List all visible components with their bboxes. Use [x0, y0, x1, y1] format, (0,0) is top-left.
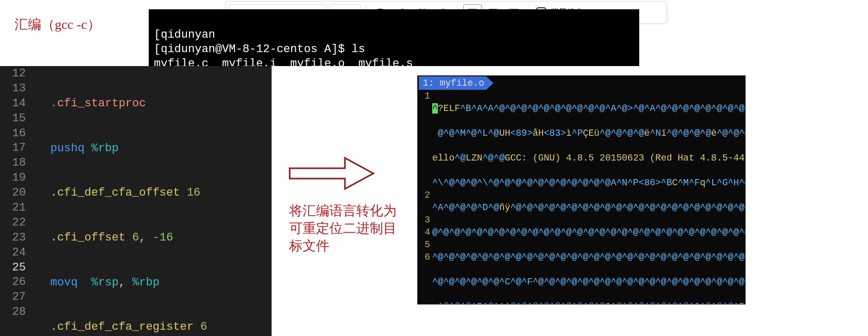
vim-gutter: 1 23456 — [418, 90, 432, 305]
asm-code-editor[interactable]: 12131415 16171819 20212223 24252627 28 .… — [0, 66, 272, 336]
arrow-icon — [288, 155, 376, 195]
terminal-window[interactable]: [qidunyan [qidunyan@VM-8-12-centos A]$ l… — [149, 9, 639, 66]
vim-text: ^?ELF^B^A^A^@^@^@^@^@^@^@^@^@^@^A^@>^@^A… — [432, 90, 745, 305]
terminal-line: [qidunyan@VM-8-12-centos A]$ ls — [154, 43, 365, 56]
vim-tab-title: 1: myfile.o — [419, 76, 494, 90]
vim-hex-viewer[interactable]: 1: myfile.o 1 23456 ^?ELF^B^A^A^@^@^@^@^… — [417, 75, 746, 305]
editor-gutter: 12131415 16171819 20212223 24252627 28 — [0, 66, 30, 336]
terminal-line: [qidunyan — [154, 28, 215, 41]
page-title: 汇编（gcc -c） — [14, 15, 101, 34]
description-caption: 将汇编语言转化为可重定位二进制目标文件 — [289, 202, 398, 255]
vim-body: 1 23456 ^?ELF^B^A^A^@^@^@^@^@^@^@^@^@^@^… — [418, 90, 745, 305]
editor-code: .cfi_startproc pushq %rbp .cfi_def_cfa_o… — [30, 66, 272, 336]
